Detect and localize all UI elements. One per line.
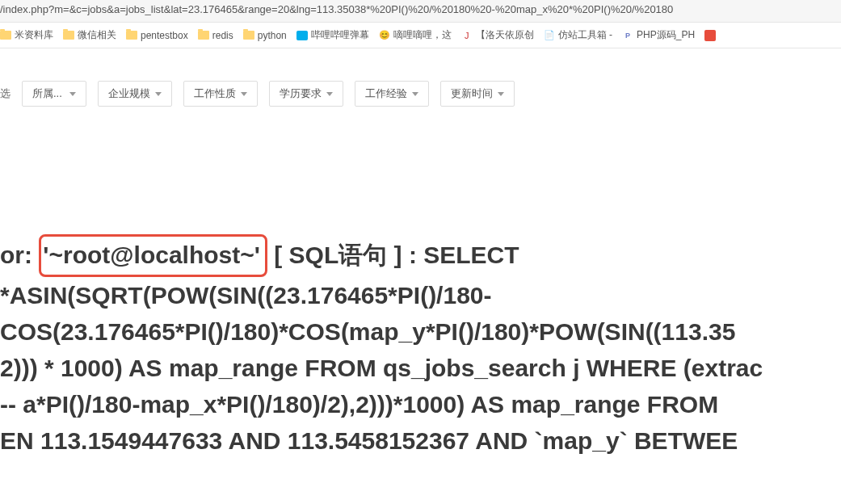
dropdown-label: 更新时间 (451, 86, 493, 101)
bookmark-item-3[interactable]: redis (198, 30, 233, 41)
bilibili-icon (296, 31, 308, 40)
filter-education[interactable]: 学历要求 (269, 81, 343, 107)
dropdown-label: 学历要求 (280, 86, 322, 101)
chevron-down-icon (69, 92, 76, 96)
error-line-2: *ASIN(SQRT(POW(SIN((23.176465*PI()/180- (0, 277, 841, 313)
bookmark-item-9[interactable]: P PHP源码_PH (622, 28, 695, 42)
error-line-1: or: '~root@localhost~' [ SQL语句 ] : SELEC… (0, 234, 841, 277)
bookmark-item-4[interactable]: python (243, 30, 287, 41)
filter-prefix-label: 选 (0, 86, 11, 101)
chevron-down-icon (241, 92, 247, 96)
error-line-5: -- a*PI()/180-map_x*PI()/180)/2),2)))*10… (0, 386, 841, 422)
sql-error-content: or: '~root@localhost~' [ SQL语句 ] : SELEC… (0, 234, 841, 459)
bookmark-label: 哔哩哔哩弹幕 (311, 28, 369, 42)
folder-icon (198, 31, 209, 40)
site-icon: J (461, 30, 473, 41)
folder-icon (243, 31, 254, 40)
bookmark-item-10[interactable] (704, 30, 716, 41)
filter-job-type[interactable]: 工作性质 (183, 81, 258, 107)
bookmark-label: 仿站工具箱 - (558, 28, 612, 42)
bookmark-item-1[interactable]: 微信相关 (63, 28, 116, 42)
error-line-4: 2))) * 1000) AS map_range FROM qs_jobs_s… (0, 350, 841, 386)
folder-icon (126, 31, 137, 40)
nav-faded (0, 48, 841, 74)
error-prefix: or: (0, 242, 39, 268)
dropdown-label: 工作经验 (365, 86, 407, 101)
php-icon: P (622, 30, 633, 41)
folder-icon (0, 31, 11, 40)
bookmark-item-2[interactable]: pentestbox (126, 30, 188, 41)
bookmark-item-8[interactable]: 📄 仿站工具箱 - (544, 28, 612, 42)
chevron-down-icon (412, 92, 418, 96)
bookmark-item-7[interactable]: J 【洛天依原创 (461, 28, 534, 42)
bookmark-label: 微信相关 (78, 28, 116, 42)
dropdown-label: 工作性质 (194, 86, 236, 101)
bookmark-label: 米资料库 (15, 28, 53, 42)
bookmark-label: 【洛天依原创 (476, 28, 534, 42)
error-highlighted-user: '~root@localhost~' (39, 234, 267, 277)
chevron-down-icon (326, 92, 333, 96)
chevron-down-icon (498, 92, 504, 96)
chevron-down-icon (155, 92, 162, 96)
doc-icon: 📄 (544, 30, 555, 41)
filter-affiliation[interactable]: 所属... (22, 81, 86, 107)
bookmark-item-6[interactable]: 😊 嘀哩嘀哩，这 (379, 28, 452, 42)
bookmark-item-0[interactable]: 米资料库 (0, 28, 53, 42)
bookmark-label: redis (212, 30, 233, 41)
filter-company-size[interactable]: 企业规模 (98, 81, 172, 107)
dropdown-label: 企业规模 (108, 86, 150, 101)
filter-update-time[interactable]: 更新时间 (440, 81, 515, 107)
filter-bar: 选 所属... 企业规模 工作性质 学历要求 工作经验 更新时间 (0, 74, 841, 113)
bookmark-bar: 米资料库 微信相关 pentestbox redis python 哔哩哔哩弹幕… (0, 23, 841, 48)
bookmark-label: pentestbox (141, 30, 188, 41)
error-suffix: [ SQL语句 ] : SELECT (267, 242, 519, 268)
filter-experience[interactable]: 工作经验 (355, 81, 429, 107)
bookmark-label: python (258, 30, 287, 41)
bookmark-label: PHP源码_PH (637, 28, 695, 42)
bookmark-label: 嘀哩嘀哩，这 (393, 28, 452, 42)
folder-icon (63, 31, 74, 40)
site-icon: 😊 (379, 30, 390, 41)
bookmark-item-5[interactable]: 哔哩哔哩弹幕 (296, 28, 369, 42)
error-line-3: COS(23.176465*PI()/180)*COS(map_y*PI()/1… (0, 313, 841, 350)
url-bar[interactable]: /index.php?m=&c=jobs&a=jobs_list&lat=23.… (0, 0, 841, 23)
dropdown-label: 所属... (32, 86, 62, 101)
error-line-6: EN 113.1549447633 AND 113.5458152367 AND… (0, 422, 841, 459)
site-icon (704, 30, 716, 41)
url-text: /index.php?m=&c=jobs&a=jobs_list&lat=23.… (0, 3, 673, 15)
